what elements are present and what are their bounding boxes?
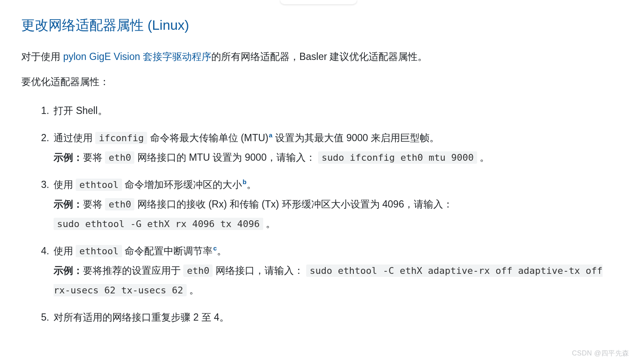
step-2-tail: 。: [477, 152, 489, 163]
example-label: 示例：: [54, 199, 83, 210]
step-3: 使用 ethtool 命令增加环形缓冲区的大小b。 示例：要将 eth0 网络接…: [52, 175, 616, 233]
intro-subhead: 要优化适配器属性：: [21, 74, 616, 90]
step-4-ex-b: 网络接口，请输入：: [213, 265, 303, 276]
code-eth0: eth0: [105, 151, 134, 164]
page-heading: 更改网络适配器属性 (Linux): [21, 14, 616, 37]
step-2: 通过使用 ifconfig 命令将最大传输单位 (MTU)a 设置为其最大值 9…: [52, 128, 616, 167]
footnote-a[interactable]: a: [269, 131, 272, 139]
step-4-a: 使用: [54, 245, 76, 256]
step-2-ex-a: 要将: [83, 152, 105, 163]
code-ethtool: ethtool: [76, 179, 122, 191]
step-3-b: 命令增加环形缓冲区的大小: [122, 179, 242, 190]
step-2-b: 命令将最大传输单位 (MTU): [147, 132, 268, 143]
code-ethtool: ethtool: [76, 245, 122, 257]
step-5-text: 对所有适用的网络接口重复步骤 2 至 4。: [54, 312, 229, 323]
step-2-ex-b: 网络接口的 MTU 设置为 9000，请输入：: [134, 152, 316, 163]
step-3-c: 。: [247, 179, 256, 190]
code-ethtool-g: sudo ethtool -G ethX rx 4096 tx 4096: [54, 218, 263, 230]
code-ifconfig: ifconfig: [95, 132, 147, 144]
step-2-c: 设置为其最大值 9000 来启用巨型帧。: [273, 132, 439, 143]
step-3-ex-b: 网络接口的接收 (Rx) 和传输 (Tx) 环形缓冲区大小设置为 4096，请输…: [134, 199, 453, 210]
step-2-a: 通过使用: [54, 132, 95, 143]
step-3-tail: 。: [263, 218, 276, 229]
steps-list: 打开 Shell。 通过使用 ifconfig 命令将最大传输单位 (MTU)a…: [21, 101, 616, 327]
intro-after: 的所有网络适配器，Basler 建议优化适配器属性。: [211, 51, 428, 62]
step-4-c: 。: [217, 245, 227, 256]
step-3-a: 使用: [54, 179, 76, 190]
footnote-c[interactable]: c: [213, 245, 217, 252]
step-3-ex-a: 要将: [83, 199, 105, 210]
step-5: 对所有适用的网络接口重复步骤 2 至 4。: [52, 307, 616, 327]
code-eth0: eth0: [105, 198, 134, 210]
step-4: 使用 ethtool 命令配置中断调节率c。 示例：要将推荐的设置应用于 eth…: [52, 241, 616, 300]
footnote-b[interactable]: b: [243, 178, 247, 185]
code-ifconfig-cmd: sudo ifconfig eth0 mtu 9000: [318, 151, 477, 164]
intro-before: 对于使用: [21, 51, 63, 62]
intro-paragraph: 对于使用 pylon GigE Vision 套接字驱动程序的所有网络适配器，B…: [21, 48, 616, 65]
step-1: 打开 Shell。: [52, 101, 616, 120]
step-1-text: 打开 Shell。: [54, 105, 108, 116]
browser-tab-shadow: [280, 0, 357, 4]
example-label: 示例：: [54, 265, 83, 276]
watermark: CSDN @四平先森: [572, 347, 629, 359]
step-4-tail: 。: [187, 284, 199, 296]
code-eth0: eth0: [183, 264, 213, 277]
step-4-ex-a: 要将推荐的设置应用于: [83, 265, 183, 276]
driver-link[interactable]: pylon GigE Vision 套接字驱动程序: [63, 51, 211, 62]
example-label: 示例：: [54, 152, 83, 163]
step-4-b: 命令配置中断调节率: [122, 245, 213, 256]
